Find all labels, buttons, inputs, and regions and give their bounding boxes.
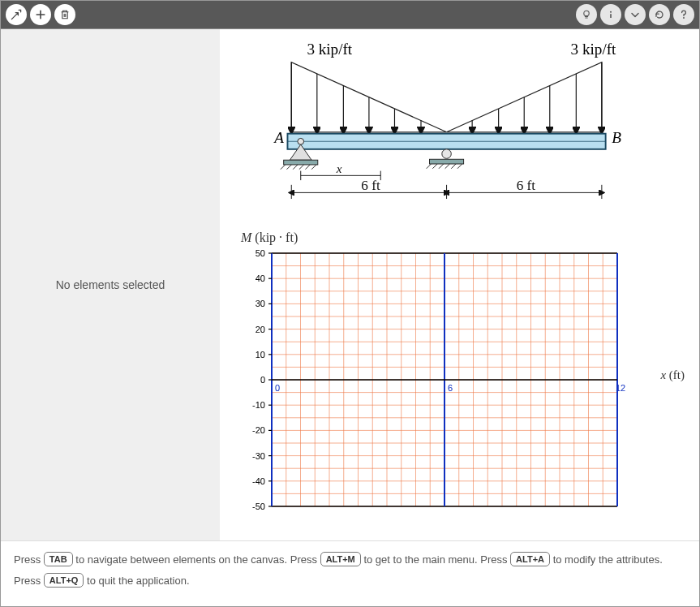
load-left-label: 3 kip/ft <box>307 41 352 58</box>
chart-x-axis-title: x (ft) <box>660 368 685 382</box>
svg-text:-40: -40 <box>252 476 265 486</box>
app-frame: No elements selected 3 kip/ft 3 kip/ft <box>0 0 700 607</box>
load-right-label: 3 kip/ft <box>571 41 616 58</box>
delete-button[interactable] <box>54 4 75 25</box>
svg-rect-26 <box>430 159 464 164</box>
kbd-altq: ALT+Q <box>44 573 84 588</box>
svg-line-19 <box>281 165 286 170</box>
svg-text:40: 40 <box>256 273 265 283</box>
keyboard-hints: Press TAB to navigate between elements o… <box>1 540 699 606</box>
svg-point-17 <box>298 138 304 144</box>
svg-text:6: 6 <box>448 383 453 393</box>
load-arrows <box>291 62 602 131</box>
label-A: A <box>273 129 284 146</box>
span-dimensions: 6 ft 6 ft <box>291 178 602 199</box>
vector-tool-button[interactable] <box>6 4 27 25</box>
svg-rect-2 <box>610 14 612 18</box>
canvas-area[interactable]: 3 kip/ft 3 kip/ft <box>220 29 699 540</box>
svg-text:6 ft: 6 ft <box>361 178 380 193</box>
svg-text:x: x <box>336 161 342 175</box>
svg-text:30: 30 <box>256 299 265 308</box>
svg-text:0: 0 <box>275 383 280 393</box>
beam-load-diagram: 3 kip/ft 3 kip/ft <box>236 39 680 226</box>
kbd-tab: TAB <box>44 552 73 566</box>
svg-line-24 <box>311 165 316 170</box>
hint-text: Press <box>14 553 44 566</box>
chart-y-axis-title: M (kip · ft) <box>241 230 680 245</box>
svg-text:10: 10 <box>256 350 265 359</box>
kbd-alta: ALT+A <box>510 552 550 566</box>
svg-line-28 <box>432 164 437 169</box>
reload-button[interactable] <box>649 4 670 25</box>
toolbar <box>1 1 699 28</box>
svg-line-30 <box>445 164 450 169</box>
svg-text:0: 0 <box>260 375 265 385</box>
svg-text:20: 20 <box>256 325 265 334</box>
svg-text:-30: -30 <box>252 451 265 461</box>
hint-bulb-button[interactable] <box>576 4 597 25</box>
label-B: B <box>612 129 621 146</box>
workspace: No elements selected 3 kip/ft 3 kip/ft <box>1 28 699 540</box>
help-button[interactable] <box>673 4 694 25</box>
svg-point-1 <box>610 11 612 13</box>
svg-line-32 <box>457 164 462 169</box>
svg-line-21 <box>293 165 298 170</box>
expand-button[interactable] <box>625 4 646 25</box>
svg-point-3 <box>683 17 685 19</box>
svg-rect-18 <box>284 160 318 165</box>
svg-line-27 <box>427 164 432 169</box>
svg-text:6 ft: 6 ft <box>517 178 536 193</box>
svg-line-31 <box>451 164 456 169</box>
sidebar-empty-message: No elements selected <box>56 278 165 291</box>
chart-grid[interactable]: -50-40-30-20-10010203040500612 <box>236 248 642 516</box>
roller-support <box>427 149 464 169</box>
sidebar-panel: No elements selected <box>1 29 220 540</box>
svg-text:-10: -10 <box>252 400 265 410</box>
svg-text:50: 50 <box>256 248 265 258</box>
info-button[interactable] <box>600 4 621 25</box>
moment-chart: M (kip · ft) -50-40-30-20-10010203040500… <box>236 230 680 516</box>
svg-text:12: 12 <box>616 383 625 393</box>
svg-point-0 <box>584 11 589 15</box>
svg-line-20 <box>287 165 292 170</box>
svg-text:-20: -20 <box>252 425 265 435</box>
svg-line-23 <box>305 165 310 170</box>
svg-line-29 <box>439 164 444 169</box>
add-button[interactable] <box>30 4 51 25</box>
svg-point-25 <box>442 149 451 158</box>
svg-line-22 <box>299 165 304 170</box>
svg-text:-50: -50 <box>252 502 265 511</box>
kbd-altm: ALT+M <box>320 552 361 566</box>
